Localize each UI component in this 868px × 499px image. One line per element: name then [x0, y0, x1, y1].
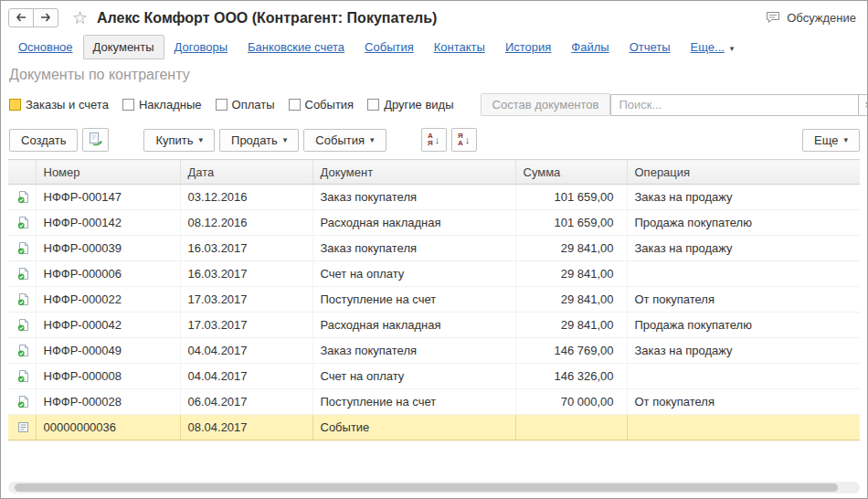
search-input[interactable] — [610, 94, 859, 116]
checkbox-icon[interactable] — [367, 99, 379, 111]
cell-document: Заказ покупателя — [312, 338, 515, 364]
sort-descending-button[interactable]: ЯА ↓ — [451, 128, 477, 152]
cell-amount: 101 659,00 — [515, 210, 627, 236]
discussion-button[interactable]: Обсуждение — [766, 10, 856, 27]
filter-bar: Заказы и счетаНакладныеОплатыСобытияДруг… — [1, 86, 867, 122]
column-header-operation[interactable]: Операция — [627, 160, 860, 185]
cell-number: НФФР-000028 — [36, 389, 180, 415]
filter-checkbox-other-types[interactable]: Другие виды — [367, 98, 453, 111]
filter-checkboxes: Заказы и счетаНакладныеОплатыСобытияДруг… — [9, 98, 468, 111]
table-row[interactable]: НФФР-00014703.12.2016Заказ покупателя101… — [8, 185, 860, 210]
cell-document: Счет на оплату — [312, 261, 515, 287]
cell-document: Расходная накладная — [312, 210, 515, 236]
chevron-down-icon: ▾ — [199, 135, 204, 144]
events-menu-label: События — [315, 133, 365, 147]
tab-more[interactable]: Еще...▾ — [681, 35, 745, 59]
cell-document: Расходная накладная — [312, 313, 515, 338]
filter-checkbox-waybills[interactable]: Накладные — [122, 98, 202, 111]
table-row[interactable]: НФФР-00004904.04.2017Заказ покупателя146… — [8, 338, 860, 364]
tab-main[interactable]: Основное — [8, 35, 83, 59]
cell-date: 08.04.2017 — [180, 415, 312, 441]
scrollbar-thumb[interactable] — [15, 483, 838, 492]
sort-ascending-button[interactable]: АЯ ↓ — [421, 128, 447, 152]
tab-events[interactable]: События — [355, 35, 424, 59]
table-row[interactable]: НФФР-00000804.04.2017Счет на оплату146 3… — [8, 364, 860, 389]
cell-date: 04.04.2017 — [180, 338, 312, 364]
cell-amount: 29 841,00 — [515, 287, 627, 313]
table-row[interactable]: НФФР-00014208.12.2016Расходная накладная… — [8, 210, 860, 236]
posted-document-icon — [8, 364, 36, 389]
cell-document: Заказ покупателя — [312, 236, 515, 261]
tab-history[interactable]: История — [495, 35, 561, 59]
document-composition-button[interactable]: Состав документов — [481, 93, 611, 116]
checkbox-icon[interactable] — [9, 99, 21, 111]
cell-number: НФФР-000042 — [36, 313, 180, 338]
arrow-right-icon — [40, 11, 51, 25]
cell-document: Поступление на счет — [312, 287, 515, 313]
checkbox-icon[interactable] — [122, 99, 134, 111]
arrow-down-icon: ↓ — [435, 135, 440, 145]
cell-amount: 146 769,00 — [515, 338, 627, 364]
posted-document-icon — [8, 185, 36, 210]
buy-menu-button[interactable]: Купить ▾ — [143, 129, 215, 152]
table-row[interactable]: НФФР-00004217.03.2017Расходная накладная… — [8, 313, 860, 338]
posted-document-icon — [8, 236, 36, 261]
table-header-row: Номер Дата Документ Сумма Операция — [8, 160, 860, 185]
cell-operation — [627, 415, 860, 441]
filter-checkbox-orders-and-invoices[interactable]: Заказы и счета — [9, 98, 109, 111]
checkbox-icon[interactable] — [216, 99, 228, 111]
tab-contacts[interactable]: Контакты — [424, 35, 495, 59]
sell-menu-button[interactable]: Продать ▾ — [219, 129, 299, 152]
tab-reports[interactable]: Отчеты — [619, 35, 681, 59]
table-row[interactable]: НФФР-00000616.03.2017Счет на оплату29 84… — [8, 261, 860, 287]
create-button[interactable]: Создать — [9, 129, 78, 152]
cell-document: Заказ покупателя — [312, 185, 515, 210]
cell-operation: Продажа покупателю — [627, 210, 860, 236]
checkbox-label: Оплаты — [232, 98, 275, 111]
section-heading: Документы по контрагенту — [1, 60, 867, 86]
table-row[interactable]: НФФР-00002806.04.2017Поступление на счет… — [8, 389, 860, 415]
documents-table-body: НФФР-00014703.12.2016Заказ покупателя101… — [8, 185, 860, 441]
cell-amount: 101 659,00 — [515, 185, 627, 210]
cell-amount: 70 000,00 — [515, 389, 627, 415]
cell-amount: 29 841,00 — [515, 236, 627, 261]
clear-search-button[interactable]: × — [859, 94, 868, 116]
cell-number: НФФР-000022 — [36, 287, 180, 313]
column-header-amount[interactable]: Сумма — [515, 160, 627, 185]
forward-button[interactable] — [33, 8, 58, 27]
events-menu-button[interactable]: События ▾ — [303, 129, 386, 152]
page-title: Алекс Комфорт ООО (Контрагент: Покупател… — [97, 10, 437, 27]
posted-document-icon — [8, 338, 36, 364]
checkbox-label: Другие виды — [384, 98, 453, 111]
back-button[interactable] — [8, 8, 34, 27]
column-header-date[interactable]: Дата — [180, 160, 312, 185]
checkbox-icon[interactable] — [289, 99, 301, 111]
more-button[interactable]: Еще ▾ — [802, 129, 860, 152]
filter-checkbox-events[interactable]: События — [289, 98, 355, 111]
tab-bank-accounts[interactable]: Банковские счета — [238, 35, 355, 59]
discussion-label: Обсуждение — [787, 11, 856, 25]
create-based-on-button[interactable] — [82, 128, 109, 152]
cell-operation: Заказ на продажу — [627, 338, 860, 364]
favorite-star-icon[interactable]: ☆ — [72, 9, 88, 27]
tab-files[interactable]: Файлы — [561, 35, 619, 59]
tab-contracts[interactable]: Договоры — [164, 35, 238, 59]
column-header-number[interactable]: Номер — [36, 160, 180, 185]
horizontal-scrollbar[interactable] — [8, 482, 860, 494]
cell-operation — [627, 364, 860, 389]
cell-amount: 29 841,00 — [515, 313, 627, 338]
cell-number: 00000000036 — [36, 415, 180, 441]
column-header-document[interactable]: Документ — [312, 160, 515, 185]
sort-ascending-icon: АЯ — [428, 133, 433, 147]
discussion-icon — [766, 10, 781, 27]
table-row[interactable]: НФФР-00002217.03.2017Поступление на счет… — [8, 287, 860, 313]
cell-document: Счет на оплату — [312, 364, 515, 389]
table-row[interactable]: 0000000003608.04.2017Событие — [8, 415, 860, 441]
cell-number: НФФР-000008 — [36, 364, 180, 389]
cell-date: 06.04.2017 — [180, 389, 312, 415]
arrow-down-icon: ↓ — [465, 135, 471, 145]
column-header-icon[interactable] — [8, 160, 36, 185]
tab-documents[interactable]: Документы — [83, 35, 164, 59]
table-row[interactable]: НФФР-00003916.03.2017Заказ покупателя29 … — [8, 236, 860, 261]
filter-checkbox-payments[interactable]: Оплаты — [216, 98, 275, 111]
